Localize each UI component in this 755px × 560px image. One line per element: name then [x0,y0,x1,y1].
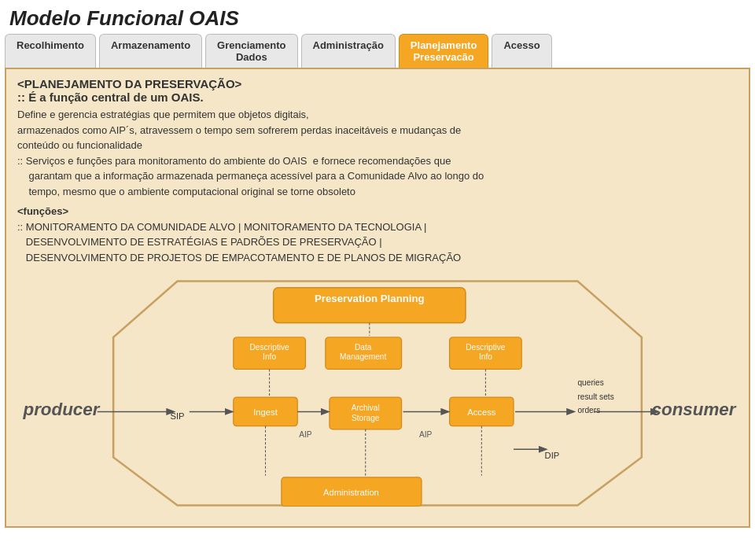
page-title: Modelo Funcional OAIS [9,6,746,31]
tab-recolhimento[interactable]: Recolhimento [5,34,96,68]
svg-text:result sets: result sets [577,392,613,401]
section-heading: <PLANEJAMENTO DA PRESERVAÇÃO> :: É a fun… [17,77,738,104]
tab-administracao[interactable]: Administração [301,34,396,68]
svg-text:Administration: Administration [323,488,379,497]
svg-text:Access: Access [467,407,495,417]
svg-text:Ingest: Ingest [253,407,278,417]
svg-text:AIP: AIP [299,430,312,439]
svg-text:Storage: Storage [352,414,380,422]
tab-acesso[interactable]: Acesso [492,34,551,68]
oais-diagram: Preservation Planning Descriptive Info D… [17,271,738,515]
svg-text:orders: orders [577,406,600,414]
svg-text:Info: Info [479,352,492,361]
svg-text:Archival: Archival [352,403,380,412]
tab-armazenamento[interactable]: Armazenamento [99,34,202,68]
svg-text:SIP: SIP [171,411,185,421]
svg-text:Descriptive: Descriptive [249,343,289,352]
nav-tabs: Recolhimento Armazenamento GrenciamentoD… [0,34,755,68]
diagram-svg: Preservation Planning Descriptive Info D… [17,271,738,515]
funcoes-section: <funções> :: MONITORAMENTO DA COMUNIDADE… [17,204,738,265]
body-text: Define e gerencia estratégias que permit… [17,107,738,199]
svg-text:Info: Info [263,352,276,361]
svg-text:Management: Management [340,352,386,361]
svg-text:producer: producer [22,400,100,419]
svg-text:Data: Data [355,343,372,352]
tab-planejamento[interactable]: PlanejamentoPreservacão [399,34,489,68]
tab-grenciamento[interactable]: GrenciamentoDados [205,34,297,68]
svg-text:queries: queries [577,378,603,387]
page-title-area: Modelo Funcional OAIS [0,0,755,34]
svg-text:Descriptive: Descriptive [466,343,506,352]
svg-text:DIP: DIP [545,451,560,460]
svg-text:Preservation Planning: Preservation Planning [315,293,425,304]
svg-text:consumer: consumer [652,400,737,419]
svg-text:AIP: AIP [419,430,433,439]
main-content: <PLANEJAMENTO DA PRESERVAÇÃO> :: É a fun… [5,68,750,528]
